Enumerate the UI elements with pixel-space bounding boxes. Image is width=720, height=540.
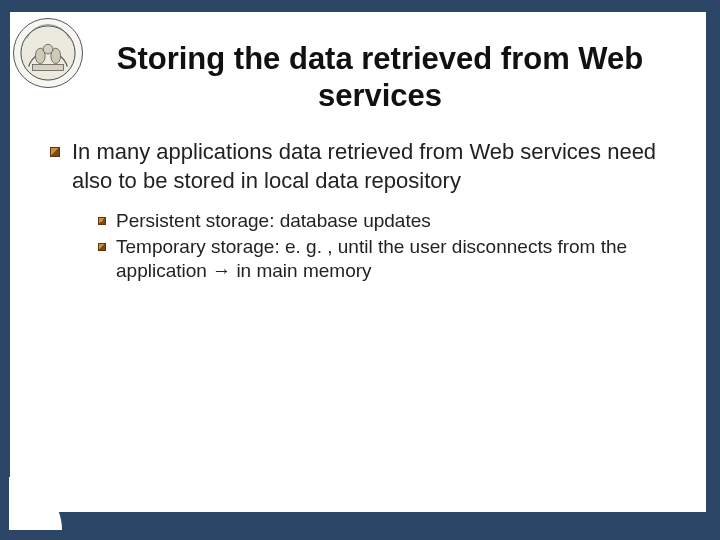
slide-content: Storing the data retrieved from Web serv… (40, 30, 680, 286)
list-item: Temporary storage: e. g. , until the use… (98, 235, 680, 284)
bullet-icon (50, 147, 60, 157)
bullet-icon (98, 217, 106, 225)
frame-corner (0, 480, 60, 540)
bullet-text: Persistent storage: database updates (116, 209, 431, 233)
frame-right (706, 0, 720, 540)
bullet-text: Temporary storage: e. g. , until the use… (116, 235, 680, 284)
list-item: Persistent storage: database updates (98, 209, 680, 233)
frame-bottom (0, 512, 720, 540)
bullet-level2-list: Persistent storage: database updates Tem… (98, 209, 680, 284)
bullet-icon (98, 243, 106, 251)
bullet-text: In many applications data retrieved from… (72, 138, 680, 194)
slide-title: Storing the data retrieved from Web serv… (100, 40, 660, 114)
frame-left (0, 0, 10, 520)
bullet-level1: In many applications data retrieved from… (50, 138, 680, 194)
frame-top (0, 0, 720, 12)
